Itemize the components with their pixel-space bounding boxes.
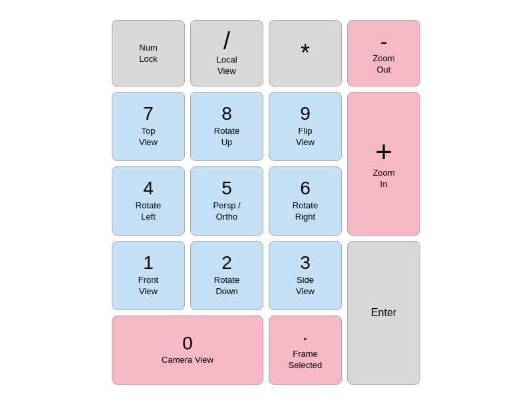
key-six[interactable]: 6 RotateRight [269,166,342,236]
key-eight[interactable]: 8 RotateUp [190,92,263,161]
key-zero-number: 0 [182,333,193,354]
key-four[interactable]: 4 RotateLeft [112,166,185,236]
key-numlock[interactable]: NumLock [112,20,185,87]
key-five-label: Persp /Ortho [213,200,240,223]
key-three-label: SideView [296,275,315,298]
key-three-number: 3 [300,253,311,274]
key-nine-label: FlipView [296,126,315,148]
key-two[interactable]: 2 RotateDown [190,241,263,310]
key-decimal-symbol: · [303,329,308,347]
key-two-number: 2 [221,253,232,274]
key-add-label: ZoomIn [372,168,394,190]
key-zero[interactable]: 0 Camera View [112,315,263,385]
key-five-number: 5 [221,178,232,199]
key-divide[interactable]: / LocalView [190,20,263,87]
key-seven-number: 7 [143,104,154,124]
key-multiply-symbol: * [301,41,310,65]
key-subtract-label: ZoomOut [372,53,394,76]
key-decimal-label: FrameSelected [289,349,323,371]
key-five[interactable]: 5 Persp /Ortho [190,166,263,236]
key-decimal[interactable]: · FrameSelected [269,315,342,385]
key-one[interactable]: 1 FrontView [112,241,185,310]
key-seven[interactable]: 7 TopView [112,92,185,161]
key-six-number: 6 [300,178,311,199]
numpad: NumLock / LocalView * - ZoomOut 7 TopVie… [98,7,434,398]
key-enter[interactable]: Enter [347,241,420,385]
key-three[interactable]: 3 SideView [269,241,342,310]
key-four-label: RotateLeft [136,200,161,223]
key-subtract[interactable]: - ZoomOut [347,20,420,87]
key-subtract-symbol: - [380,31,388,52]
key-add-symbol: + [375,137,392,166]
key-enter-label: Enter [371,306,396,320]
key-two-label: RotateDown [214,275,239,298]
key-seven-label: TopView [139,126,158,148]
key-four-number: 4 [143,178,154,199]
key-numlock-label: NumLock [139,43,157,65]
key-nine[interactable]: 9 FlipView [269,92,342,161]
key-divide-symbol: / [223,29,230,53]
key-one-label: FrontView [138,275,158,298]
key-six-label: RotateRight [293,200,318,223]
key-zero-label: Camera View [162,355,213,366]
key-nine-number: 9 [300,104,311,124]
key-eight-label: RotateUp [214,126,239,148]
key-add[interactable]: + ZoomIn [347,92,420,236]
key-eight-number: 8 [221,104,232,124]
key-divide-label: LocalView [216,55,237,77]
key-multiply[interactable]: * [269,20,342,87]
key-one-number: 1 [143,253,154,274]
